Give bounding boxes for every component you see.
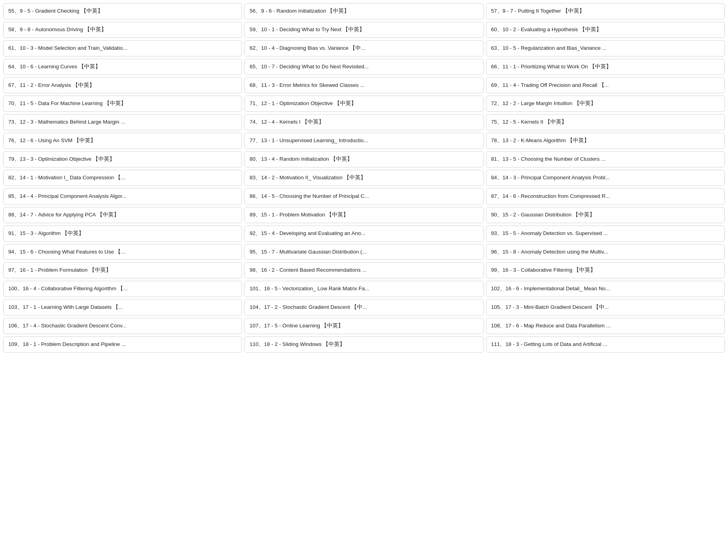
list-item[interactable]: 100、16 - 4 - Collaborative Filtering Alg… xyxy=(3,281,242,297)
list-item[interactable]: 73、12 - 3 - Mathematics Behind Large Mar… xyxy=(3,114,242,130)
list-item[interactable]: 67、11 - 2 - Error Analysis 【中英】 xyxy=(3,77,242,94)
list-item[interactable]: 79、13 - 3 - Optimization Objective 【中英】 xyxy=(3,151,242,167)
list-item[interactable]: 55、9 - 5 - Gradient Checking 【中英】 xyxy=(3,3,242,19)
list-item[interactable]: 65、10 - 7 - Deciding What to Do Next Rev… xyxy=(244,59,483,75)
list-item[interactable]: 93、15 - 5 - Anomaly Detection vs. Superv… xyxy=(486,226,725,242)
list-item[interactable]: 104、17 - 2 - Stochastic Gradient Descent… xyxy=(244,299,483,316)
list-item[interactable]: 63、10 - 5 - Regularization and Bias_Vari… xyxy=(486,40,725,56)
list-item[interactable]: 103、17 - 1 - Learning With Large Dataset… xyxy=(3,299,242,316)
list-item[interactable]: 71、12 - 1 - Optimization Objective 【中英】 xyxy=(244,96,483,112)
list-item[interactable]: 86、14 - 5 - Choosing the Number of Princ… xyxy=(244,188,483,205)
list-item[interactable]: 61、10 - 3 - Model Selection and Train_Va… xyxy=(3,40,242,56)
list-item[interactable]: 91、15 - 3 - Algorithm 【中英】 xyxy=(3,226,242,242)
list-item[interactable]: 56、9 - 6 - Random Initialization 【中英】 xyxy=(244,3,483,19)
list-item[interactable]: 80、13 - 4 - Random Initialization 【中英】 xyxy=(244,151,483,167)
list-item[interactable]: 66、11 - 1 - Prioritizing What to Work On… xyxy=(486,59,725,75)
list-item[interactable]: 77、13 - 1 - Unsupervised Learning_ Intro… xyxy=(244,133,483,149)
list-item[interactable]: 111、18 - 3 - Getting Lots of Data and Ar… xyxy=(486,336,725,353)
list-item[interactable]: 92、15 - 4 - Developing and Evaluating an… xyxy=(244,226,483,242)
list-item[interactable]: 87、14 - 6 - Reconstruction from Compress… xyxy=(486,188,725,205)
list-item[interactable]: 74、12 - 4 - Kernels I 【中英】 xyxy=(244,114,483,130)
list-item[interactable]: 64、10 - 6 - Learning Curves 【中英】 xyxy=(3,59,242,75)
list-item[interactable]: 72、12 - 2 - Large Margin Intuition 【中英】 xyxy=(486,96,725,112)
list-item[interactable]: 95、15 - 7 - Multivariate Gaussian Distri… xyxy=(244,244,483,260)
list-item[interactable]: 96、15 - 8 - Anomaly Detection using the … xyxy=(486,244,725,260)
list-item[interactable]: 82、14 - 1 - Motivation I_ Data Compressi… xyxy=(3,170,242,186)
list-item[interactable]: 84、14 - 3 - Principal Component Analysis… xyxy=(486,170,725,186)
list-item[interactable]: 109、18 - 1 - Problem Description and Pip… xyxy=(3,336,242,353)
list-item[interactable]: 62、10 - 4 - Diagnosing Bias vs. Variance… xyxy=(244,40,483,56)
list-item[interactable]: 98、16 - 2 - Content Based Recommendation… xyxy=(244,262,483,278)
list-item[interactable]: 102、16 - 6 - Implementational Detail_ Me… xyxy=(486,281,725,297)
list-item[interactable]: 89、15 - 1 - Problem Motivation 【中英】 xyxy=(244,207,483,223)
list-item[interactable]: 97、16 - 1 - Problem Formulation 【中英】 xyxy=(3,262,242,278)
list-item[interactable]: 58、9 - 8 - Autonomous Driving 【中英】 xyxy=(3,22,242,38)
list-item[interactable]: 101、16 - 5 - Vectorization_ Low Rank Mat… xyxy=(244,281,483,297)
list-item[interactable]: 88、14 - 7 - Advice for Applying PCA 【中英】 xyxy=(3,207,242,223)
list-item[interactable]: 75、12 - 5 - Kernels II 【中英】 xyxy=(486,114,725,130)
list-item[interactable]: 68、11 - 3 - Error Metrics for Skewed Cla… xyxy=(244,77,483,94)
list-item[interactable]: 57、9 - 7 - Putting It Together 【中英】 xyxy=(486,3,725,19)
list-item[interactable]: 90、15 - 2 - Gaussian Distribution 【中英】 xyxy=(486,207,725,223)
list-item[interactable]: 107、17 - 5 - Online Learning 【中英】 xyxy=(244,318,483,334)
video-grid: 55、9 - 5 - Gradient Checking 【中英】56、9 - … xyxy=(0,0,728,356)
list-item[interactable]: 94、15 - 6 - Choosing What Features to Us… xyxy=(3,244,242,260)
list-item[interactable]: 105、17 - 3 - Mini-Batch Gradient Descent… xyxy=(486,299,725,316)
list-item[interactable]: 85、14 - 4 - Principal Component Analysis… xyxy=(3,188,242,205)
list-item[interactable]: 83、14 - 2 - Motivation II_ Visualization… xyxy=(244,170,483,186)
list-item[interactable]: 99、16 - 3 - Collaborative Filtering 【中英】 xyxy=(486,262,725,278)
list-item[interactable]: 108、17 - 6 - Map Reduce and Data Paralle… xyxy=(486,318,725,334)
list-item[interactable]: 76、12 - 6 - Using An SVM 【中英】 xyxy=(3,133,242,149)
list-item[interactable]: 70、11 - 5 - Data For Machine Learning 【中… xyxy=(3,96,242,112)
list-item[interactable]: 106、17 - 4 - Stochastic Gradient Descent… xyxy=(3,318,242,334)
list-item[interactable]: 69、11 - 4 - Trading Off Precision and Re… xyxy=(486,77,725,94)
list-item[interactable]: 78、13 - 2 - K-Means Algorithm 【中英】 xyxy=(486,133,725,149)
list-item[interactable]: 110、18 - 2 - Sliding Windows 【中英】 xyxy=(244,336,483,353)
list-item[interactable]: 81、13 - 5 - Choosing the Number of Clust… xyxy=(486,151,725,167)
list-item[interactable]: 59、10 - 1 - Deciding What to Try Next 【中… xyxy=(244,22,483,38)
list-item[interactable]: 60、10 - 2 - Evaluating a Hypothesis 【中英】 xyxy=(486,22,725,38)
